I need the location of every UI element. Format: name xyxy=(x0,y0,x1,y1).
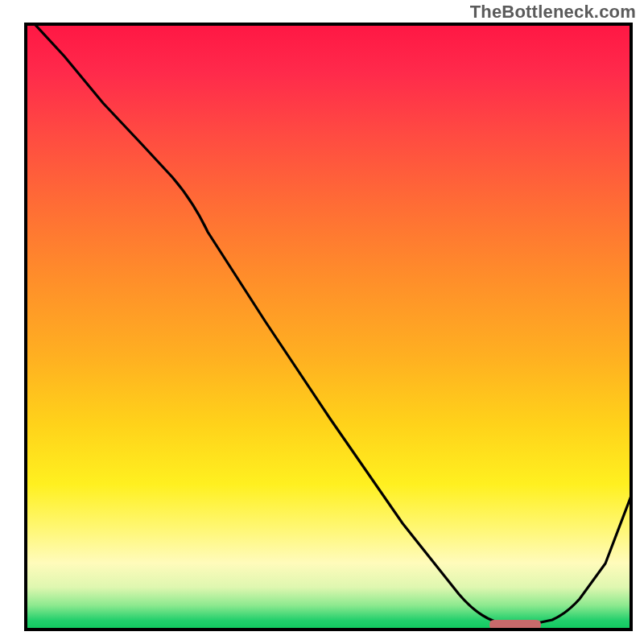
chart-frame: TheBottleneck.com xyxy=(0,0,644,644)
watermark-label: TheBottleneck.com xyxy=(470,2,636,23)
bottleneck-chart-svg xyxy=(0,0,644,644)
plot-background xyxy=(26,24,631,630)
